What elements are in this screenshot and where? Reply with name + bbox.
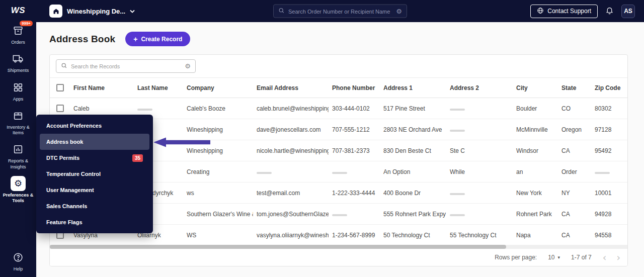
cell — [253, 168, 329, 175]
cell: caleb.brunel@wineshipping.com — [253, 105, 329, 112]
menu-item-account-preferences[interactable]: Account Preferences — [40, 118, 149, 134]
org-switcher[interactable]: Wineshipping De... — [36, 5, 135, 18]
global-search-input[interactable] — [288, 8, 392, 14]
cell: 400 Boone Dr — [380, 190, 446, 197]
org-building-icon — [49, 5, 62, 18]
horizontal-scrollbar-thumb[interactable] — [50, 245, 506, 249]
menu-item-feature-flags[interactable]: Feature Flags — [40, 214, 149, 230]
cell: 707-555-1212 — [329, 126, 380, 133]
empty-value-dash — [450, 130, 465, 132]
cell: 1-234-567-8999 — [329, 232, 380, 239]
header-actions: Contact Support AS — [530, 5, 644, 18]
select-all-cell — [50, 84, 70, 91]
cell: Caleb's Booze — [183, 105, 253, 112]
cell — [446, 126, 513, 133]
menu-item-label: User Management — [46, 187, 94, 193]
box-icon — [11, 108, 26, 123]
records-filter-gear-icon[interactable]: ⚙ — [185, 63, 191, 69]
cell: New York — [513, 190, 558, 197]
search-icon — [61, 62, 67, 71]
empty-value-dash — [137, 109, 152, 111]
menu-item-address-book[interactable]: Address book — [40, 134, 149, 150]
notifications-bell-icon[interactable] — [605, 6, 614, 17]
sidebar-item-inventory[interactable]: Inventory & Items — [0, 108, 36, 136]
sidebar-item-label: Help — [14, 266, 23, 272]
cell: Napa — [513, 232, 558, 239]
top-header: Wineshipping De... ⚙ Contact Support AS — [36, 0, 644, 22]
menu-item-user-management[interactable]: User Management — [40, 182, 149, 198]
gear-icon: ⚙ — [11, 176, 26, 191]
cell: 10001 — [591, 190, 627, 197]
cell: 95492 — [591, 147, 627, 154]
rows-per-page-select[interactable]: 10 ▾ — [548, 254, 560, 261]
empty-value-dash — [332, 214, 347, 216]
cell: Windsor — [513, 147, 558, 154]
next-page-button[interactable]: › — [616, 253, 620, 262]
sidebar-item-apps[interactable]: Apps — [0, 80, 36, 102]
column-header: Address 1 — [380, 84, 446, 91]
cell: Rohnert Park — [513, 211, 558, 218]
sidebar-item-label: Preferences & Tools — [3, 193, 34, 204]
horizontal-scrollbar — [50, 245, 627, 249]
cell: an — [513, 168, 558, 175]
search-settings-gear-icon[interactable]: ⚙ — [396, 8, 402, 15]
sidebar-item-label: Inventory & Items — [3, 125, 34, 136]
records-search-input[interactable] — [71, 63, 181, 69]
menu-item-label: Sales Channels — [46, 203, 87, 209]
empty-value-dash — [450, 214, 465, 216]
records-search-row: ⚙ — [50, 55, 627, 77]
contact-support-button[interactable]: Contact Support — [530, 5, 598, 18]
cell: 50 Technology Ct — [380, 232, 446, 239]
rows-per-page-label: Rows per page: — [495, 254, 537, 261]
records-search: ⚙ — [56, 59, 196, 73]
cell: Boulder — [513, 105, 558, 112]
page-head: Address Book + Create Record — [36, 22, 644, 46]
cell: CA — [558, 211, 591, 218]
cell: 830 Den Beste Ct — [380, 147, 446, 154]
help-icon — [11, 250, 26, 265]
caret-down-icon: ▾ — [558, 255, 560, 260]
column-header: Email Address — [253, 84, 329, 91]
cell — [446, 105, 513, 112]
menu-item-sales-channels[interactable]: Sales Channels — [40, 198, 149, 214]
preferences-menu: Account PreferencesAddress bookDTC Permi… — [36, 115, 153, 233]
cell: An Option — [380, 168, 446, 175]
menu-item-dtc-permits[interactable]: DTC Permits35 — [40, 150, 149, 166]
menu-item-temperature-control[interactable]: Temperature Control — [40, 166, 149, 182]
row-select-cell — [50, 105, 70, 112]
sidebar-item-help[interactable]: Help — [0, 250, 36, 272]
cell: tom.jones@SouthernGlazes.com — [253, 211, 329, 218]
menu-item-badge: 35 — [132, 154, 143, 162]
select-all-checkbox[interactable] — [56, 84, 64, 91]
cell — [134, 105, 183, 112]
cell — [329, 211, 380, 218]
sidebar-item-reports[interactable]: Reports & Insights — [0, 142, 36, 170]
sidebar-item-preferences[interactable]: ⚙Preferences & Tools — [0, 176, 36, 204]
cell — [329, 168, 380, 175]
globe-icon — [537, 7, 544, 16]
annotation-arrow — [153, 137, 210, 148]
sidebar-item-orders[interactable]: 999+Orders — [0, 23, 36, 45]
sidebar-item-label: Shipments — [8, 68, 29, 73]
row-checkbox[interactable] — [56, 105, 64, 112]
cell: CA — [558, 147, 591, 154]
cell: CO — [558, 105, 591, 112]
cell: 517 Pine Street — [380, 105, 446, 112]
cell: 707-381-2373 — [329, 147, 380, 154]
create-record-button[interactable]: + Create Record — [125, 32, 190, 46]
cell — [446, 211, 513, 218]
sidebar-nav: 999+OrdersShipmentsAppsInventory & Items… — [0, 23, 36, 204]
user-avatar[interactable]: AS — [621, 5, 635, 18]
cell: Southern Glazer's Wine & S... — [183, 211, 253, 218]
create-record-label: Create Record — [141, 36, 182, 43]
cell: Wineshipping — [183, 126, 253, 133]
cell: 55 Technology Ct — [446, 232, 513, 239]
previous-page-button[interactable]: ‹ — [603, 253, 607, 262]
pagination-range: 1-7 of 7 — [571, 254, 592, 261]
sidebar-item-shipments[interactable]: Shipments — [0, 51, 36, 73]
orders-icon: 999+ — [11, 23, 26, 38]
empty-value-dash — [595, 172, 610, 174]
cell: 94558 — [591, 232, 627, 239]
column-header: Address 2 — [446, 84, 513, 91]
cell: 80302 — [591, 105, 627, 112]
